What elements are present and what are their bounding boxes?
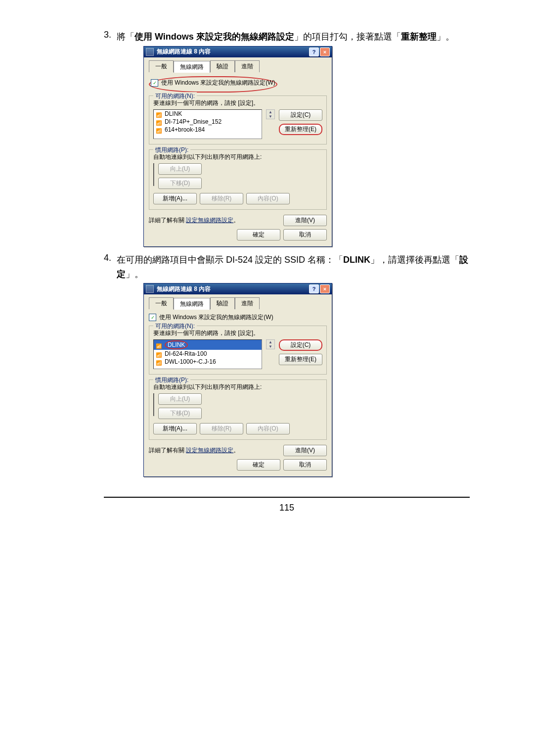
close-button[interactable]: × — [320, 284, 330, 293]
tab-auth[interactable]: 驗證 — [210, 60, 235, 72]
add-button[interactable]: 新增(A)... — [153, 423, 197, 434]
properties-button: 內容(O) — [246, 193, 290, 204]
step-3-number: 3. — [104, 30, 117, 44]
step-3-post: 」。 — [437, 32, 454, 42]
refresh-button[interactable]: 重新整理(E) — [279, 354, 322, 365]
signal-icon — [156, 342, 162, 347]
group-preferred-title: 慣用網路(P): — [153, 146, 190, 154]
preferred-networks-list[interactable] — [153, 393, 154, 416]
tab-wireless[interactable]: 無線網路 — [174, 61, 210, 73]
move-down-button: 下移(D) — [158, 178, 202, 189]
group-preferred: 慣用網路(P): 自動地連線到以下列出順序的可用網路上: 向上(U) 下移(D)… — [149, 149, 327, 210]
signal-icon — [156, 127, 162, 132]
page-number: 115 — [104, 503, 470, 513]
scrollbar[interactable]: ▲▼ — [266, 109, 275, 119]
refresh-button[interactable]: 重新整理(E) — [279, 124, 322, 135]
group-available: 可用的網路(N): 要連線到一個可用的網路，請按 [設定]。 DLINK DI-… — [149, 326, 327, 375]
step-3-mid: 」的項目打勾，接著點選「 — [294, 32, 401, 42]
learn-more-text: 詳細了解有關 設定無線網路設定。 — [149, 216, 280, 225]
use-windows-checkbox[interactable]: ✓ — [149, 314, 156, 321]
learn-more-link[interactable]: 設定無線網路設定 — [186, 217, 233, 224]
signal-icon — [156, 359, 162, 364]
move-up-button: 向上(U) — [158, 393, 202, 405]
tabstrip: 一般 無線網路 驗證 進階 — [149, 60, 327, 72]
add-button[interactable]: 新增(A)... — [153, 193, 197, 204]
dialog-wireless-2: 無線網路連線 8 內容 ? × 一般 無線網路 驗證 進階 ✓ 使用 Windo… — [143, 283, 332, 477]
step-3: 3. 將「使用 Windows 來設定我的無線網路設定」的項目打勾，接著點選「重… — [104, 30, 470, 44]
move-down-button: 下移(D) — [158, 408, 202, 419]
highlight-dlink: DLINK — [165, 340, 188, 349]
window-icon — [146, 285, 154, 293]
titlebar[interactable]: 無線網路連線 8 內容 ? × — [144, 284, 332, 294]
network-item[interactable]: DI-714P+_Dnise_152 — [165, 118, 222, 125]
window-title: 無線網路連線 8 內容 — [157, 285, 308, 293]
signal-icon — [156, 111, 162, 116]
tab-advanced[interactable]: 進階 — [235, 297, 260, 309]
step-3-pre: 將「 — [117, 32, 134, 42]
step-3-text: 將「使用 Windows 來設定我的無線網路設定」的項目打勾，接著點選「重新整理… — [117, 30, 470, 44]
cancel-button[interactable]: 取消 — [283, 459, 327, 471]
signal-icon — [156, 351, 162, 356]
highlight-use-windows: ✓ 使用 Windows 來設定我的無線網路設定(W) — [149, 76, 277, 93]
available-networks-list[interactable]: DLINK DI-624-Rita-100 DWL-1000+-C.J-16 — [153, 339, 262, 369]
move-up-button: 向上(U) — [158, 163, 202, 175]
dialog-wireless-1: 無線網路連線 8 內容 ? × 一般 無線網路 驗證 進階 ✓ 使用 Windo… — [143, 46, 332, 247]
tab-general[interactable]: 一般 — [149, 297, 174, 309]
step-4-pre: 在可用的網路項目中會顯示 DI-524 設定的 SSID 名稱：「 — [117, 255, 343, 265]
ok-button[interactable]: 確定 — [237, 459, 280, 471]
network-item[interactable]: 614+brook-184 — [165, 126, 205, 133]
help-button[interactable]: ? — [309, 47, 319, 56]
close-button[interactable]: × — [320, 47, 330, 56]
tab-wireless[interactable]: 無線網路 — [174, 298, 210, 310]
learn-more-text: 詳細了解有關 設定無線網路設定。 — [149, 446, 280, 455]
scroll-up-icon[interactable]: ▲ — [268, 110, 272, 114]
window-title: 無線網路連線 8 內容 — [157, 47, 308, 56]
learn-more-link[interactable]: 設定無線網路設定 — [186, 447, 233, 454]
step-4: 4. 在可用的網路項目中會顯示 DI-524 設定的 SSID 名稱：「DLIN… — [104, 253, 470, 282]
properties-button: 內容(O) — [246, 423, 290, 434]
network-item[interactable]: DWL-1000+-C.J-16 — [165, 358, 216, 365]
step-4-post: 」。 — [126, 269, 143, 279]
advanced-button[interactable]: 進階(V) — [283, 445, 327, 456]
preferred-networks-list[interactable] — [153, 163, 154, 186]
scroll-up-icon[interactable]: ▲ — [268, 340, 272, 344]
ok-button[interactable]: 確定 — [237, 229, 280, 240]
use-windows-label: 使用 Windows 來設定我的無線網路設定(W) — [161, 79, 275, 87]
remove-button: 移除(R) — [200, 423, 243, 434]
step-4-bold: DLINK — [343, 255, 370, 265]
group-available: 可用的網路(N): 要連線到一個可用的網路，請按 [設定]。 DLINK DI-… — [149, 95, 327, 144]
tabstrip: 一般 無線網路 驗證 進階 — [149, 297, 327, 309]
use-windows-checkbox[interactable]: ✓ — [151, 79, 158, 87]
scroll-down-icon[interactable]: ▼ — [268, 344, 272, 349]
group-available-title: 可用的網路(N): — [153, 92, 197, 100]
window-icon — [146, 48, 154, 56]
titlebar[interactable]: 無線網路連線 8 內容 ? × — [144, 47, 332, 57]
step-3-bold: 使用 Windows 來設定我的無線網路設定 — [134, 32, 294, 42]
group-available-title: 可用的網路(N): — [153, 322, 197, 331]
tab-general[interactable]: 一般 — [149, 60, 174, 72]
help-button[interactable]: ? — [309, 284, 319, 293]
advanced-button[interactable]: 進階(V) — [283, 215, 327, 226]
network-item[interactable]: DLINK — [165, 110, 182, 117]
step-4-number: 4. — [104, 253, 117, 282]
network-item-selected[interactable]: DLINK — [154, 340, 262, 350]
page-rule — [104, 497, 470, 498]
configure-button[interactable]: 設定(C) — [279, 109, 322, 121]
cancel-button[interactable]: 取消 — [283, 229, 327, 240]
remove-button: 移除(R) — [200, 193, 243, 204]
step-4-mid: 」，請選擇後再點選「 — [370, 255, 459, 265]
network-item[interactable]: DI-624-Rita-100 — [165, 350, 207, 357]
group-preferred-title: 慣用網路(P): — [153, 376, 190, 384]
use-windows-label: 使用 Windows 來設定我的無線網路設定(W) — [159, 313, 273, 322]
configure-button[interactable]: 設定(C) — [279, 339, 322, 351]
scrollbar[interactable]: ▲▼ — [266, 339, 275, 349]
scroll-down-icon[interactable]: ▼ — [268, 114, 272, 119]
group-preferred: 慣用網路(P): 自動地連線到以下列出順序的可用網路上: 向上(U) 下移(D)… — [149, 379, 327, 440]
tab-advanced[interactable]: 進階 — [235, 60, 260, 72]
tab-auth[interactable]: 驗證 — [210, 297, 235, 309]
signal-icon — [156, 119, 162, 124]
available-networks-list[interactable]: DLINK DI-714P+_Dnise_152 614+brook-184 — [153, 109, 262, 139]
step-4-text: 在可用的網路項目中會顯示 DI-524 設定的 SSID 名稱：「DLINK」，… — [117, 253, 470, 282]
step-3-bold2: 重新整理 — [401, 32, 437, 42]
